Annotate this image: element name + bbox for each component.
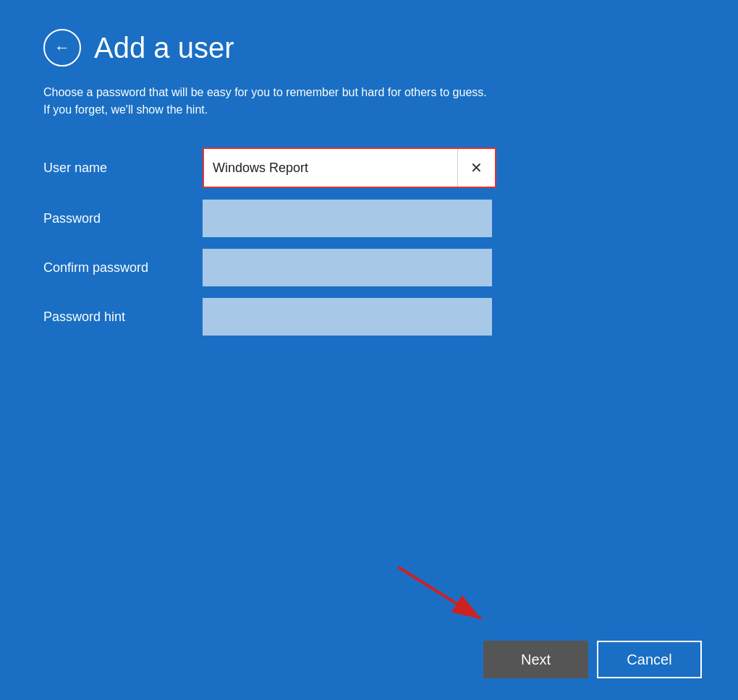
clear-icon: ✕ xyxy=(470,159,483,176)
username-input-wrapper: ✕ xyxy=(203,148,496,188)
bottom-area: Next Cancel xyxy=(0,619,738,700)
subtitle: Choose a password that will be easy for … xyxy=(43,84,586,119)
clear-button[interactable]: ✕ xyxy=(457,149,495,187)
username-input[interactable] xyxy=(204,149,457,187)
confirm-password-row: Confirm password xyxy=(43,249,695,286)
password-input-wrapper xyxy=(203,200,492,237)
form-area: User name ✕ Password Confirm password xyxy=(43,148,695,347)
confirm-password-label: Confirm password xyxy=(43,260,203,276)
confirm-password-input-wrapper xyxy=(203,249,492,286)
next-button[interactable]: Next xyxy=(483,641,588,678)
password-hint-row: Password hint xyxy=(43,298,695,336)
username-row: User name ✕ xyxy=(43,148,695,188)
password-row: Password xyxy=(43,200,695,237)
confirm-password-input[interactable] xyxy=(203,249,492,286)
username-field-container: ✕ xyxy=(203,148,496,188)
button-group: Next Cancel xyxy=(483,641,702,678)
header: ← Add a user xyxy=(43,29,695,67)
page-container: ← Add a user Choose a password that will… xyxy=(0,0,738,700)
password-hint-input-wrapper xyxy=(203,298,492,336)
back-button[interactable]: ← xyxy=(43,29,81,67)
back-arrow-icon: ← xyxy=(54,40,70,56)
password-label: Password xyxy=(43,211,203,226)
username-label: User name xyxy=(43,161,203,176)
password-hint-input[interactable] xyxy=(203,298,492,336)
page-title: Add a user xyxy=(94,32,234,64)
cancel-button[interactable]: Cancel xyxy=(597,641,702,678)
password-hint-label: Password hint xyxy=(43,310,203,325)
password-input[interactable] xyxy=(203,200,492,237)
